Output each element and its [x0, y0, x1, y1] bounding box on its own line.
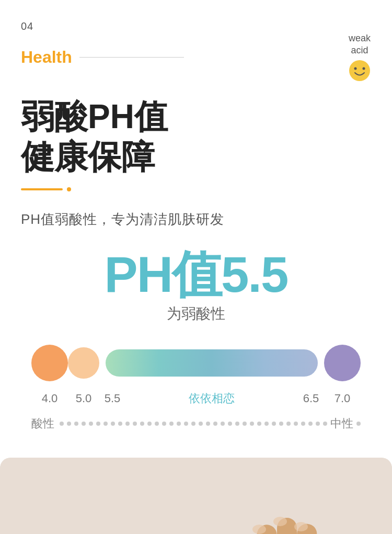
ph-label-brand: 依依相恋	[125, 391, 298, 406]
svg-point-2	[363, 67, 365, 70]
dot	[60, 422, 64, 426]
ph-circle-orange	[31, 345, 68, 381]
section-header-row: Health weak acid	[21, 32, 371, 82]
dots-row: 酸性	[31, 416, 361, 431]
dots-track	[54, 422, 330, 426]
svg-point-44	[273, 517, 287, 526]
ph-value-section: PH值5.5 为弱酸性	[21, 249, 371, 324]
subtitle-description: PH值弱酸性，专为清洁肌肤研发	[21, 210, 371, 229]
dot	[89, 422, 93, 426]
deco-dot	[67, 187, 71, 191]
ph-labels-row: 4.0 5.0 5.5 依依相恋 6.5 7.0	[31, 391, 361, 406]
dot	[228, 422, 232, 426]
dot	[82, 422, 86, 426]
svg-point-1	[354, 67, 357, 70]
dot	[323, 422, 327, 426]
ph-scale-section: 4.0 5.0 5.5 依依相恋 6.5 7.0 酸性	[21, 345, 371, 431]
smiley-icon	[348, 59, 371, 82]
dot	[155, 422, 159, 426]
dot	[74, 422, 78, 426]
dot	[184, 422, 188, 426]
dot-end	[356, 422, 361, 426]
dot	[272, 422, 276, 426]
weak-acid-badge: weak acid	[348, 32, 371, 82]
dot	[235, 422, 239, 426]
dot	[257, 422, 261, 426]
ph-subtitle: 为弱酸性	[21, 304, 371, 324]
ph-label-5: 5.0	[68, 392, 99, 405]
svg-point-0	[349, 60, 370, 81]
page-container: 04 Health weak acid 弱酸PH值 健康保障	[0, 0, 392, 534]
ph-label-7: 7.0	[324, 392, 361, 405]
header-divider-line	[79, 57, 184, 58]
ph-circle-light-orange	[68, 347, 99, 379]
svg-point-43	[252, 525, 266, 534]
dot	[213, 422, 217, 426]
section-header-left: Health	[21, 49, 184, 65]
ph-circles-row	[31, 345, 361, 381]
ph-label-55: 5.5	[99, 392, 125, 405]
dot	[308, 422, 313, 426]
ph-strip-svg: 1 3 2 4 10 12	[0, 458, 392, 534]
dot	[264, 422, 269, 426]
ph-gradient-bar	[106, 349, 318, 377]
dot	[111, 422, 115, 426]
dot	[140, 422, 144, 426]
dot	[250, 422, 254, 426]
weak-acid-text: weak acid	[349, 32, 371, 57]
acid-label: 酸性	[31, 416, 54, 431]
decorative-line	[21, 187, 371, 191]
ph-circle-purple	[324, 345, 361, 381]
ph-label-65: 6.5	[298, 392, 324, 405]
section-label: Health	[21, 49, 72, 65]
dot	[294, 422, 298, 426]
dot	[67, 422, 71, 426]
main-title: 弱酸PH值 健康保障	[21, 97, 371, 177]
dot	[169, 422, 174, 426]
dot	[147, 422, 152, 426]
dot	[162, 422, 166, 426]
dot	[96, 422, 100, 426]
ph-value-number: PH值5.5	[21, 249, 371, 300]
dot	[206, 422, 210, 426]
ph-strip-image-section: 1 3 2 4 10 12	[0, 458, 392, 534]
ph-label-4: 4.0	[31, 392, 68, 405]
dot	[199, 422, 203, 426]
deco-bar	[21, 188, 63, 190]
dot	[221, 422, 225, 426]
dot	[316, 422, 320, 426]
dot	[118, 422, 122, 426]
dot	[133, 422, 137, 426]
dot	[301, 422, 305, 426]
dot	[125, 422, 130, 426]
section-number: 04	[21, 21, 371, 31]
dot	[103, 422, 108, 426]
svg-rect-3	[0, 458, 392, 534]
dot	[286, 422, 291, 426]
dot	[177, 422, 181, 426]
dot	[191, 422, 195, 426]
neutral-label: 中性	[330, 416, 353, 431]
svg-point-45	[294, 522, 308, 531]
dot	[279, 422, 283, 426]
dot	[243, 422, 247, 426]
